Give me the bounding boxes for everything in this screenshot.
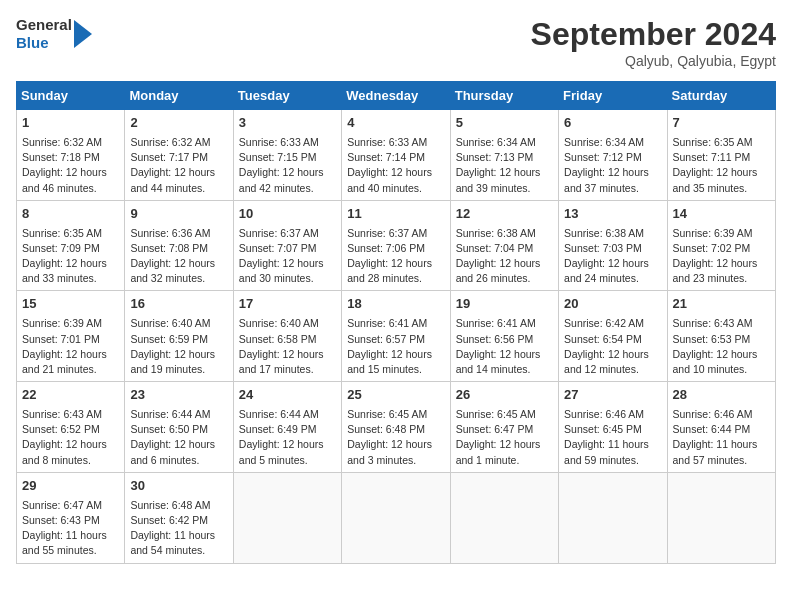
day-info: and 23 minutes. xyxy=(673,271,770,286)
day-info: Sunrise: 6:40 AM xyxy=(130,316,227,331)
day-info: Daylight: 12 hours xyxy=(456,256,553,271)
day-info: Sunrise: 6:44 AM xyxy=(239,407,336,422)
day-info: and 14 minutes. xyxy=(456,362,553,377)
day-info: and 33 minutes. xyxy=(22,271,119,286)
header-thursday: Thursday xyxy=(450,82,558,110)
day-info: Sunset: 7:17 PM xyxy=(130,150,227,165)
day-info: Sunset: 7:14 PM xyxy=(347,150,444,165)
day-info: and 19 minutes. xyxy=(130,362,227,377)
table-row: 16Sunrise: 6:40 AMSunset: 6:59 PMDayligh… xyxy=(125,291,233,382)
day-info: Sunrise: 6:39 AM xyxy=(22,316,119,331)
day-info: Sunset: 6:43 PM xyxy=(22,513,119,528)
day-info: Sunset: 7:09 PM xyxy=(22,241,119,256)
day-info: Sunrise: 6:40 AM xyxy=(239,316,336,331)
table-row: 9Sunrise: 6:36 AMSunset: 7:08 PMDaylight… xyxy=(125,200,233,291)
day-info: Sunset: 7:13 PM xyxy=(456,150,553,165)
table-row: 30Sunrise: 6:48 AMSunset: 6:42 PMDayligh… xyxy=(125,472,233,563)
week-row-2: 8Sunrise: 6:35 AMSunset: 7:09 PMDaylight… xyxy=(17,200,776,291)
day-info: Sunrise: 6:46 AM xyxy=(673,407,770,422)
day-info: Daylight: 12 hours xyxy=(130,165,227,180)
day-info: Sunset: 6:59 PM xyxy=(130,332,227,347)
table-row: 18Sunrise: 6:41 AMSunset: 6:57 PMDayligh… xyxy=(342,291,450,382)
day-number: 19 xyxy=(456,295,553,314)
day-info: Sunset: 7:02 PM xyxy=(673,241,770,256)
day-info: and 15 minutes. xyxy=(347,362,444,377)
day-info: Sunset: 6:50 PM xyxy=(130,422,227,437)
day-info: Daylight: 11 hours xyxy=(130,528,227,543)
day-info: Sunset: 6:42 PM xyxy=(130,513,227,528)
table-row xyxy=(342,472,450,563)
header-friday: Friday xyxy=(559,82,667,110)
day-number: 29 xyxy=(22,477,119,496)
day-info: Sunrise: 6:34 AM xyxy=(564,135,661,150)
day-info: Daylight: 11 hours xyxy=(22,528,119,543)
day-info: and 30 minutes. xyxy=(239,271,336,286)
day-info: Sunrise: 6:41 AM xyxy=(456,316,553,331)
day-info: Sunrise: 6:41 AM xyxy=(347,316,444,331)
table-row: 1Sunrise: 6:32 AMSunset: 7:18 PMDaylight… xyxy=(17,110,125,201)
day-info: Sunrise: 6:37 AM xyxy=(347,226,444,241)
table-row: 28Sunrise: 6:46 AMSunset: 6:44 PMDayligh… xyxy=(667,382,775,473)
table-row: 12Sunrise: 6:38 AMSunset: 7:04 PMDayligh… xyxy=(450,200,558,291)
day-info: Sunset: 6:49 PM xyxy=(239,422,336,437)
day-number: 7 xyxy=(673,114,770,133)
week-row-4: 22Sunrise: 6:43 AMSunset: 6:52 PMDayligh… xyxy=(17,382,776,473)
day-info: Sunset: 7:01 PM xyxy=(22,332,119,347)
day-info: and 55 minutes. xyxy=(22,543,119,558)
table-row: 13Sunrise: 6:38 AMSunset: 7:03 PMDayligh… xyxy=(559,200,667,291)
day-info: Sunset: 6:58 PM xyxy=(239,332,336,347)
day-number: 30 xyxy=(130,477,227,496)
day-number: 22 xyxy=(22,386,119,405)
table-row xyxy=(559,472,667,563)
svg-marker-0 xyxy=(74,20,92,48)
day-info: and 40 minutes. xyxy=(347,181,444,196)
day-number: 16 xyxy=(130,295,227,314)
day-info: Sunset: 6:47 PM xyxy=(456,422,553,437)
day-info: Daylight: 12 hours xyxy=(564,165,661,180)
day-info: Sunrise: 6:48 AM xyxy=(130,498,227,513)
day-info: Daylight: 12 hours xyxy=(239,437,336,452)
day-info: and 26 minutes. xyxy=(456,271,553,286)
logo-blue-text: Blue xyxy=(16,34,49,52)
day-number: 4 xyxy=(347,114,444,133)
day-info: Sunrise: 6:38 AM xyxy=(456,226,553,241)
table-row xyxy=(450,472,558,563)
table-row: 11Sunrise: 6:37 AMSunset: 7:06 PMDayligh… xyxy=(342,200,450,291)
day-number: 6 xyxy=(564,114,661,133)
table-row: 4Sunrise: 6:33 AMSunset: 7:14 PMDaylight… xyxy=(342,110,450,201)
day-info: Daylight: 12 hours xyxy=(22,347,119,362)
day-info: Sunset: 6:52 PM xyxy=(22,422,119,437)
day-info: and 35 minutes. xyxy=(673,181,770,196)
header-wednesday: Wednesday xyxy=(342,82,450,110)
day-info: Sunset: 7:15 PM xyxy=(239,150,336,165)
day-info: Daylight: 12 hours xyxy=(347,347,444,362)
day-info: Daylight: 12 hours xyxy=(564,347,661,362)
day-info: Sunrise: 6:46 AM xyxy=(564,407,661,422)
day-number: 10 xyxy=(239,205,336,224)
day-number: 14 xyxy=(673,205,770,224)
table-row: 14Sunrise: 6:39 AMSunset: 7:02 PMDayligh… xyxy=(667,200,775,291)
day-info: and 42 minutes. xyxy=(239,181,336,196)
week-row-1: 1Sunrise: 6:32 AMSunset: 7:18 PMDaylight… xyxy=(17,110,776,201)
logo-general-text: General xyxy=(16,16,72,34)
day-number: 17 xyxy=(239,295,336,314)
table-row: 2Sunrise: 6:32 AMSunset: 7:17 PMDaylight… xyxy=(125,110,233,201)
day-info: and 17 minutes. xyxy=(239,362,336,377)
day-info: Daylight: 12 hours xyxy=(239,256,336,271)
day-info: Sunset: 7:07 PM xyxy=(239,241,336,256)
month-title: September 2024 xyxy=(531,16,776,53)
day-info: Sunrise: 6:36 AM xyxy=(130,226,227,241)
day-info: Sunrise: 6:32 AM xyxy=(22,135,119,150)
table-row: 22Sunrise: 6:43 AMSunset: 6:52 PMDayligh… xyxy=(17,382,125,473)
day-info: Daylight: 12 hours xyxy=(347,256,444,271)
page-header: General Blue September 2024 Qalyub, Qaly… xyxy=(16,16,776,69)
day-info: Sunset: 7:12 PM xyxy=(564,150,661,165)
day-info: Sunset: 6:44 PM xyxy=(673,422,770,437)
day-number: 20 xyxy=(564,295,661,314)
day-info: and 8 minutes. xyxy=(22,453,119,468)
day-info: and 37 minutes. xyxy=(564,181,661,196)
day-info: Daylight: 12 hours xyxy=(456,437,553,452)
day-info: Daylight: 12 hours xyxy=(130,437,227,452)
day-info: Daylight: 11 hours xyxy=(564,437,661,452)
table-row: 17Sunrise: 6:40 AMSunset: 6:58 PMDayligh… xyxy=(233,291,341,382)
